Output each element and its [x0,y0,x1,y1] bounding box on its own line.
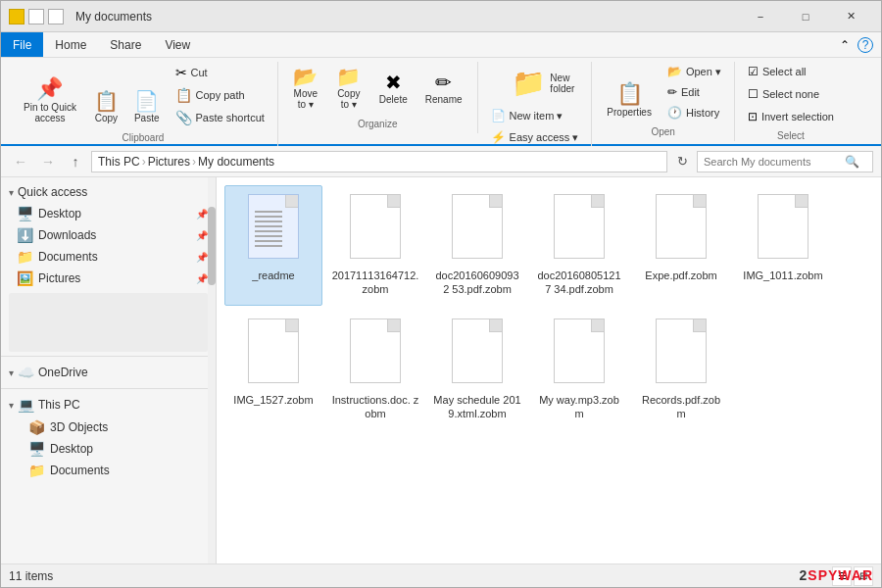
file-icon-4 [652,194,710,265]
sidebar: ▾ Quick access 🖥️ Desktop 📌 ⬇️ Downloads… [1,177,217,564]
invert-label: Invert selection [761,111,834,122]
sidebar-item-documents2[interactable]: 📁 Documents [1,460,216,481]
history-button[interactable]: 🕐 History [662,103,726,122]
thispc-header[interactable]: ▾ 💻 This PC [1,393,216,416]
back-button[interactable]: ← [9,150,32,173]
file-item-10[interactable]: Records.pdf.zob m [632,310,730,430]
up-button[interactable]: ↑ [64,150,87,173]
file-item-8[interactable]: May schedule 2019.xtml.zobm [428,310,526,430]
file-name-0: _readme [252,269,294,282]
easy-access-button[interactable]: ⚡ Easy access ▾ [486,127,584,147]
file-item-4[interactable]: Expe.pdf.zobm [632,185,730,306]
new-folder-label: Newfolder [550,73,574,94]
search-icon[interactable]: 🔍 [845,155,859,169]
copy-path-button[interactable]: 📋 Copy path [171,84,270,106]
new-item-button[interactable]: 📄 New item ▾ [486,106,584,125]
organize-group-label: Organize [358,119,398,129]
sidebar-divider-2 [1,388,216,389]
file-line [255,225,282,227]
sidebar-item-pictures[interactable]: 🖼️ Pictures 📌 [1,268,216,289]
sidebar-item-desktop[interactable]: 🖥️ Desktop 📌 [1,203,216,224]
invert-selection-button[interactable]: ⊡ Invert selection [743,107,839,126]
file-item-3[interactable]: doc201608051217 34.pdf.zobm [530,185,628,306]
file-item-7[interactable]: Instructions.doc. zobm [326,310,424,430]
rename-button[interactable]: ✏ Rename [418,68,469,110]
sidebar-scrollbar[interactable] [208,177,216,564]
rename-label: Rename [425,94,463,105]
menu-home[interactable]: Home [43,32,98,57]
menu-view[interactable]: View [153,32,202,57]
open-icon: 📂 [667,65,682,78]
open-group-label: Open [651,126,674,137]
address-path[interactable]: This PC › Pictures › My documents [91,151,667,172]
select-all-button[interactable]: ☑ Select all [743,62,839,81]
ribbon: 📌 Pin to Quickaccess 📋 Copy 📄 Paste [1,58,881,146]
move-icon: 📂 [293,67,318,86]
file-item-1[interactable]: 20171113164712.zobm [326,185,424,306]
copy-label: Copy [95,113,118,123]
move-to-button[interactable]: 📂 Moveto ▾ [286,62,325,115]
ribbon-expand-icon[interactable]: ⌃ [840,38,850,52]
file-page-1 [350,194,401,259]
file-item-5[interactable]: IMG_1011.zobm [734,185,832,306]
address-bar: ← → ↑ This PC › Pictures › My documents … [1,146,881,177]
edit-button[interactable]: ✏ Edit [662,82,726,102]
cut-button[interactable]: ✂ Cut [171,62,270,83]
copy-icon: 📋 [94,91,119,111]
copy-to-button[interactable]: 📁 Copyto ▾ [329,62,368,115]
maximize-button[interactable]: □ [783,1,828,32]
pin-to-quick-button[interactable]: 📌 Pin to Quickaccess [17,74,83,128]
close-button[interactable]: ✕ [828,1,873,32]
file-item-2[interactable]: doc201606090932 53.pdf.zobm [428,185,526,306]
select-none-button[interactable]: ☐ Select none [743,84,839,104]
sidebar-item-documents[interactable]: 📁 Documents 📌 [1,246,216,268]
properties-label: Properties [607,107,652,118]
menu-file[interactable]: File [1,32,43,57]
file-line [255,216,282,218]
blurred-area [9,293,208,352]
properties-button[interactable]: 📋 Properties [600,76,659,122]
delete-button[interactable]: ✖ Delete [372,68,415,110]
file-icon-2 [448,194,507,265]
sidebar-item-3dobjects[interactable]: 📦 3D Objects [1,416,216,438]
file-icon-8 [448,318,507,389]
select-none-icon: ☐ [748,87,759,101]
onedrive-header[interactable]: ▾ ☁️ OneDrive [1,361,216,384]
copy-to-icon: 📁 [336,67,361,86]
forward-button[interactable]: → [36,150,60,173]
sidebar-documents-label: Documents [38,250,190,264]
file-item-6[interactable]: IMG_1527.zobm [224,310,322,430]
copy-button[interactable]: 📋 Copy [87,86,125,128]
thispc-section: ▾ 💻 This PC 📦 3D Objects 🖥️ Desktop 📁 Do… [1,393,216,481]
select-none-label: Select none [762,88,819,100]
properties-icon: 📋 [616,81,643,107]
sidebar-3dobjects-label: 3D Objects [50,420,208,434]
select-group-label: Select [777,130,805,141]
search-input[interactable] [704,156,841,168]
file-icon-1 [346,194,405,265]
sidebar-item-downloads[interactable]: ⬇️ Downloads 📌 [1,224,216,246]
menu-share[interactable]: Share [98,32,153,57]
invert-icon: ⊡ [748,110,758,123]
file-name-3: doc201608051217 34.pdf.zobm [535,269,623,297]
quick-access-header[interactable]: ▾ Quick access [1,181,216,203]
onedrive-label: OneDrive [38,366,88,379]
file-item-9[interactable]: My way.mp3.zobm [530,310,628,430]
refresh-button[interactable]: ↻ [671,151,693,172]
paste-button[interactable]: 📄 Paste [127,86,167,128]
open-button[interactable]: 📂 Open ▾ [662,62,726,81]
pin-icon: 📌 [36,78,63,100]
file-item-0[interactable]: _readme [224,185,322,306]
help-icon[interactable]: ? [858,37,873,53]
file-line [255,211,282,213]
new-folder-button[interactable]: 📁 Newfolder [505,62,583,104]
sidebar-desktop-label: Desktop [38,207,190,220]
sidebar-item-desktop2[interactable]: 🖥️ Desktop [1,438,216,460]
easy-access-label: Easy access ▾ [510,131,579,144]
minimize-button[interactable]: − [738,1,783,32]
paste-shortcut-button[interactable]: 📎 Paste shortcut [171,107,270,128]
history-label: History [686,107,719,119]
file-icon-10 [652,318,710,389]
file-name-8: May schedule 2019.xtml.zobm [433,393,521,421]
file-lines-0 [255,211,282,247]
